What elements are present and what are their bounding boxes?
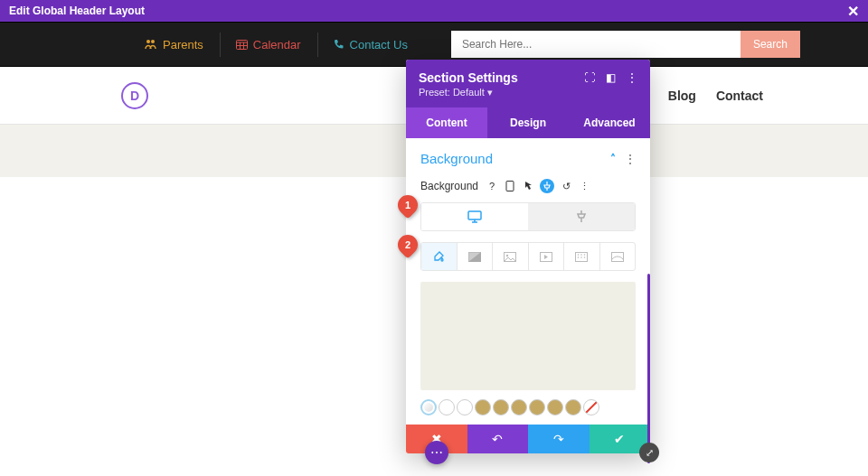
editor-top-bar: Edit Global Header Layout ✕: [0, 0, 868, 22]
hover-icon[interactable]: [522, 180, 534, 192]
svg-rect-8: [468, 211, 481, 219]
bg-type-video[interactable]: [528, 243, 564, 270]
bg-type-pattern[interactable]: [563, 243, 599, 270]
search-button[interactable]: Search: [741, 31, 800, 58]
svg-point-18: [584, 254, 586, 256]
desktop-tab[interactable]: [421, 203, 528, 230]
panel-preset[interactable]: Preset: Default ▾: [419, 87, 637, 98]
help-icon[interactable]: ?: [486, 180, 498, 192]
menu-item-blog[interactable]: Blog: [668, 89, 696, 103]
nav-links: Parents Calendar Contact Us: [128, 38, 424, 51]
background-section-title: Background: [420, 151, 493, 166]
svg-point-19: [578, 257, 580, 258]
svg-rect-7: [506, 182, 514, 191]
expand-icon[interactable]: ⛶: [584, 71, 595, 84]
responsive-tabs: [420, 202, 636, 231]
nav-calendar-label: Calendar: [253, 38, 301, 51]
svg-point-16: [578, 254, 580, 256]
panel-preset-label: Preset: Default: [419, 87, 485, 98]
color-swatch[interactable]: [565, 399, 581, 415]
section-settings-panel: Section Settings ⛶ ◧ ⋮ Preset: Default ▾…: [406, 60, 650, 453]
redo-button[interactable]: ↷: [528, 425, 590, 453]
tab-advanced[interactable]: Advanced: [569, 107, 650, 138]
editor-title: Edit Global Header Layout: [9, 5, 145, 17]
svg-point-20: [580, 257, 582, 258]
svg-point-17: [580, 254, 582, 256]
color-swatch[interactable]: [457, 399, 473, 415]
bg-type-tabs: [420, 242, 636, 271]
svg-point-1: [151, 40, 155, 43]
bg-type-mask[interactable]: [599, 243, 636, 270]
close-editor-icon[interactable]: ✕: [847, 3, 859, 20]
calendar-icon: [236, 39, 248, 50]
nav-contact[interactable]: Contact Us: [317, 38, 424, 51]
nav-parents[interactable]: Parents: [128, 38, 220, 51]
color-swatch[interactable]: [493, 399, 509, 415]
nav-calendar[interactable]: Calendar: [220, 38, 317, 51]
panel-title: Section Settings: [419, 70, 518, 85]
color-swatch-none[interactable]: [583, 399, 599, 415]
sticky-state-icon[interactable]: [540, 179, 554, 193]
color-swatch[interactable]: [511, 399, 527, 415]
search-input[interactable]: [451, 31, 741, 58]
bg-type-image[interactable]: [492, 243, 528, 270]
bg-type-color[interactable]: [421, 243, 457, 270]
resize-handle-icon[interactable]: ⤢: [639, 443, 659, 462]
collapse-icon[interactable]: ˄: [610, 153, 616, 165]
panel-header-actions: ⛶ ◧ ⋮: [584, 71, 637, 84]
tablet-icon[interactable]: [504, 180, 516, 192]
header-search: Search: [451, 31, 800, 58]
panel-header: Section Settings ⛶ ◧ ⋮ Preset: Default ▾: [406, 60, 650, 107]
color-swatch[interactable]: [529, 399, 545, 415]
color-swatch[interactable]: [547, 399, 563, 415]
color-swatch[interactable]: [475, 399, 491, 415]
section-menu-icon[interactable]: ⋮: [625, 153, 636, 165]
background-section-head[interactable]: Background ˄ ⋮: [420, 151, 636, 166]
option-menu-icon[interactable]: ⋮: [578, 180, 590, 192]
background-option-row: Background ? ↺ ⋮: [420, 179, 636, 193]
tab-design[interactable]: Design: [487, 107, 569, 138]
tab-content[interactable]: Content: [406, 107, 487, 138]
panel-body: Background ˄ ⋮ Background ? ↺ ⋮: [406, 138, 650, 425]
scroll-indicator[interactable]: [647, 274, 650, 463]
snap-icon[interactable]: ◧: [606, 71, 616, 84]
menu-item-contact-label: Contact: [716, 89, 763, 103]
color-swatch[interactable]: [439, 399, 455, 415]
undo-button[interactable]: ↶: [467, 425, 529, 453]
phone-icon: [334, 39, 344, 50]
parents-icon: [145, 39, 157, 50]
builder-fab-icon[interactable]: ⋯: [425, 441, 448, 464]
svg-rect-2: [236, 41, 247, 50]
background-option-label: Background: [420, 180, 478, 192]
svg-point-0: [146, 40, 150, 43]
menu-item-contact[interactable]: Contact: [716, 89, 763, 103]
nav-contact-label: Contact Us: [350, 38, 408, 51]
menu-item-blog-label: Blog: [668, 89, 696, 103]
sticky-tab[interactable]: [528, 203, 635, 230]
background-color-preview[interactable]: [420, 282, 636, 390]
panel-menu-icon[interactable]: ⋮: [627, 71, 637, 84]
svg-point-21: [584, 257, 586, 258]
site-logo[interactable]: D: [121, 82, 148, 109]
reset-icon[interactable]: ↺: [560, 180, 572, 192]
nav-parents-label: Parents: [163, 38, 203, 51]
svg-point-13: [506, 254, 508, 256]
color-swatches: [420, 399, 636, 415]
bg-type-gradient[interactable]: [457, 243, 493, 270]
panel-tabs: Content Design Advanced: [406, 107, 650, 138]
color-picker-swatch[interactable]: [420, 399, 437, 415]
